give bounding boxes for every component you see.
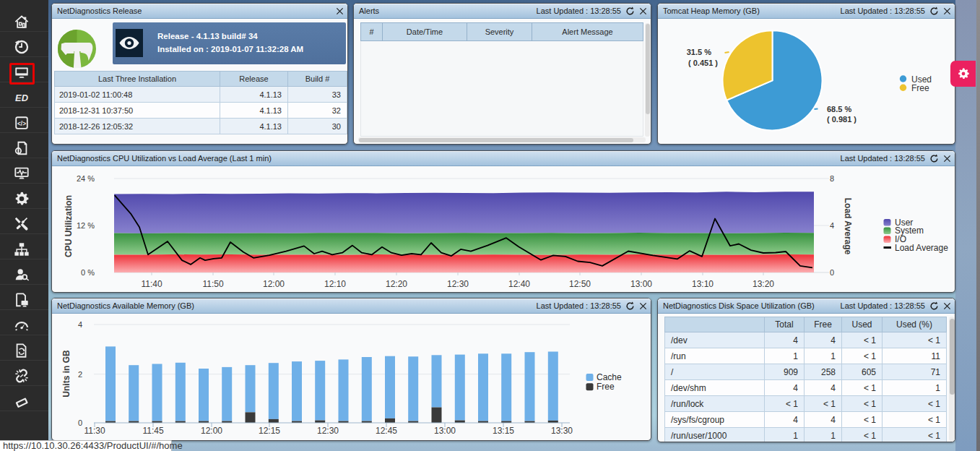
svg-text:12:50: 12:50 (569, 279, 591, 289)
svg-text:Units in GB: Units in GB (61, 350, 71, 398)
svg-text:( 0.451 ): ( 0.451 ) (688, 59, 718, 67)
svg-text:0: 0 (78, 418, 82, 427)
svg-text:31.5 %: 31.5 % (687, 48, 711, 56)
svg-text:8: 8 (830, 174, 834, 183)
svg-text:Free: Free (597, 382, 615, 392)
svg-text:12:10: 12:10 (324, 279, 346, 289)
svg-text:2: 2 (78, 370, 82, 379)
svg-text:13:10: 13:10 (692, 279, 714, 289)
svg-text:24 %: 24 % (77, 174, 95, 183)
svg-text:13:15: 13:15 (493, 426, 514, 436)
svg-text:11:30: 11:30 (84, 426, 105, 436)
svg-text:12:00: 12:00 (263, 279, 285, 289)
svg-text:13:20: 13:20 (753, 279, 774, 289)
svg-text:4: 4 (830, 221, 834, 230)
svg-text:13:30: 13:30 (551, 426, 573, 436)
svg-text:0 %: 0 % (81, 268, 95, 277)
svg-text:Load Average: Load Average (843, 198, 853, 255)
svg-text:ED: ED (15, 92, 28, 103)
svg-text:Cache: Cache (597, 372, 622, 382)
svg-text:</>: </> (17, 120, 26, 126)
svg-text:Load Average: Load Average (895, 243, 948, 253)
svg-text:12:00: 12:00 (201, 426, 222, 436)
svg-text:12:40: 12:40 (508, 279, 530, 289)
svg-text:12:30: 12:30 (317, 426, 339, 436)
svg-text:4: 4 (78, 320, 82, 329)
svg-text:12:15: 12:15 (259, 426, 280, 436)
svg-text:68.5 %: 68.5 % (827, 105, 851, 113)
svg-text:0: 0 (830, 268, 834, 277)
svg-text:11:50: 11:50 (202, 279, 223, 289)
svg-text:13:00: 13:00 (630, 279, 652, 289)
svg-text:12 %: 12 % (77, 221, 95, 230)
svg-text:12:20: 12:20 (386, 279, 407, 289)
svg-text:Free: Free (911, 83, 929, 93)
svg-text:11:40: 11:40 (141, 279, 162, 289)
svg-text:11:45: 11:45 (142, 426, 163, 436)
svg-text:CPU Utilization: CPU Utilization (64, 195, 74, 257)
svg-text:12:45: 12:45 (376, 426, 397, 436)
svg-text:( 0.981 ): ( 0.981 ) (827, 115, 857, 124)
svg-text:13:00: 13:00 (434, 426, 456, 436)
svg-text:12:30: 12:30 (447, 279, 469, 289)
